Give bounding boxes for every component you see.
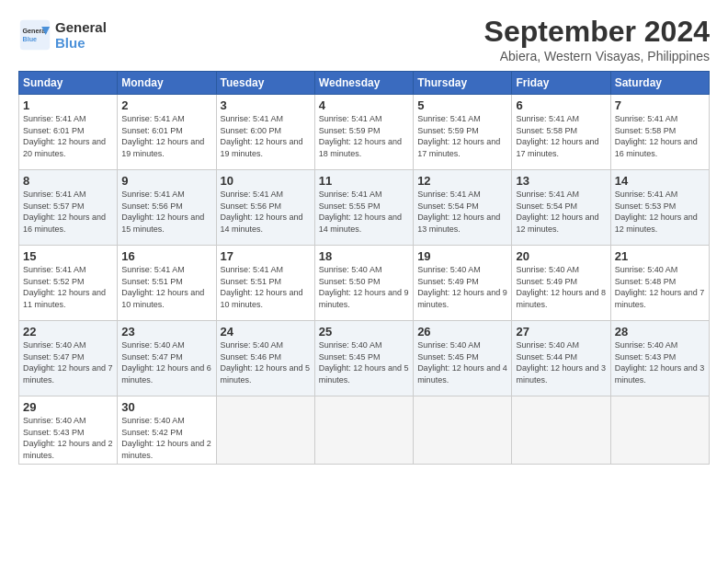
day-info: Sunrise: 5:40 AMSunset: 5:45 PMDaylight:… <box>417 339 507 385</box>
calendar-week-2: 8Sunrise: 5:41 AMSunset: 5:57 PMDaylight… <box>19 170 710 246</box>
calendar-cell-3-1: 16Sunrise: 5:41 AMSunset: 5:51 PMDayligh… <box>118 246 216 321</box>
header-thursday: Thursday <box>414 72 512 95</box>
calendar-cell-2-2: 10Sunrise: 5:41 AMSunset: 5:56 PMDayligh… <box>216 170 314 246</box>
calendar-cell-4-5: 27Sunrise: 5:40 AMSunset: 5:44 PMDayligh… <box>512 321 610 396</box>
day-info: Sunrise: 5:41 AMSunset: 5:54 PMDaylight:… <box>417 189 507 235</box>
day-info: Sunrise: 5:41 AMSunset: 5:52 PMDaylight:… <box>23 264 113 310</box>
day-number: 25 <box>319 325 409 339</box>
calendar-cell-4-3: 25Sunrise: 5:40 AMSunset: 5:45 PMDayligh… <box>314 321 413 396</box>
calendar-cell-2-4: 12Sunrise: 5:41 AMSunset: 5:54 PMDayligh… <box>414 170 512 246</box>
calendar-cell-2-0: 8Sunrise: 5:41 AMSunset: 5:57 PMDaylight… <box>19 170 118 246</box>
page: General Blue General Blue September 2024… <box>0 0 728 563</box>
logo-blue: Blue <box>55 35 107 51</box>
day-number: 18 <box>319 249 409 263</box>
day-info: Sunrise: 5:41 AMSunset: 5:59 PMDaylight:… <box>319 113 409 159</box>
calendar-week-1: 1Sunrise: 5:41 AMSunset: 6:01 PMDaylight… <box>19 95 710 170</box>
calendar-cell-3-3: 18Sunrise: 5:40 AMSunset: 5:50 PMDayligh… <box>314 246 413 321</box>
calendar-cell-1-3: 4Sunrise: 5:41 AMSunset: 5:59 PMDaylight… <box>314 95 413 170</box>
day-number: 2 <box>121 98 211 112</box>
month-title: September 2024 <box>484 15 710 49</box>
day-info: Sunrise: 5:40 AMSunset: 5:49 PMDaylight:… <box>417 264 507 310</box>
day-number: 4 <box>319 98 409 112</box>
location-subtitle: Abiera, Western Visayas, Philippines <box>484 49 710 63</box>
day-info: Sunrise: 5:41 AMSunset: 5:54 PMDaylight:… <box>516 189 606 235</box>
header-saturday: Saturday <box>610 72 709 95</box>
calendar-cell-1-6: 7Sunrise: 5:41 AMSunset: 5:58 PMDaylight… <box>610 95 709 170</box>
day-number: 8 <box>23 174 113 188</box>
calendar-cell-3-4: 19Sunrise: 5:40 AMSunset: 5:49 PMDayligh… <box>414 246 512 321</box>
day-number: 22 <box>23 325 113 339</box>
calendar-cell-3-6: 21Sunrise: 5:40 AMSunset: 5:48 PMDayligh… <box>610 246 709 321</box>
calendar-week-5: 29Sunrise: 5:40 AMSunset: 5:43 PMDayligh… <box>19 396 710 465</box>
calendar-cell-2-6: 14Sunrise: 5:41 AMSunset: 5:53 PMDayligh… <box>610 170 709 246</box>
calendar: SundayMondayTuesdayWednesdayThursdayFrid… <box>18 71 710 465</box>
calendar-cell-5-5 <box>512 396 610 465</box>
day-info: Sunrise: 5:40 AMSunset: 5:47 PMDaylight:… <box>23 339 113 385</box>
day-info: Sunrise: 5:41 AMSunset: 5:56 PMDaylight:… <box>221 189 311 235</box>
day-number: 9 <box>121 174 211 188</box>
calendar-cell-4-0: 22Sunrise: 5:40 AMSunset: 5:47 PMDayligh… <box>19 321 118 396</box>
calendar-cell-2-3: 11Sunrise: 5:41 AMSunset: 5:55 PMDayligh… <box>314 170 413 246</box>
calendar-header-row: SundayMondayTuesdayWednesdayThursdayFrid… <box>19 72 710 95</box>
day-info: Sunrise: 5:40 AMSunset: 5:49 PMDaylight:… <box>516 264 606 310</box>
day-number: 11 <box>319 174 409 188</box>
day-number: 5 <box>417 98 507 112</box>
day-info: Sunrise: 5:41 AMSunset: 5:57 PMDaylight:… <box>23 189 113 235</box>
day-info: Sunrise: 5:40 AMSunset: 5:44 PMDaylight:… <box>516 339 606 385</box>
calendar-cell-2-5: 13Sunrise: 5:41 AMSunset: 5:54 PMDayligh… <box>512 170 610 246</box>
logo: General Blue General Blue <box>18 18 107 52</box>
day-number: 7 <box>615 98 705 112</box>
calendar-cell-4-1: 23Sunrise: 5:40 AMSunset: 5:47 PMDayligh… <box>118 321 216 396</box>
calendar-cell-1-2: 3Sunrise: 5:41 AMSunset: 6:00 PMDaylight… <box>216 95 314 170</box>
day-number: 13 <box>516 174 606 188</box>
header-sunday: Sunday <box>19 72 118 95</box>
calendar-cell-5-1: 30Sunrise: 5:40 AMSunset: 5:42 PMDayligh… <box>118 396 216 465</box>
day-number: 6 <box>516 98 606 112</box>
day-info: Sunrise: 5:41 AMSunset: 5:53 PMDaylight:… <box>615 189 705 235</box>
day-number: 28 <box>615 325 705 339</box>
calendar-cell-1-1: 2Sunrise: 5:41 AMSunset: 6:01 PMDaylight… <box>118 95 216 170</box>
day-info: Sunrise: 5:41 AMSunset: 5:55 PMDaylight:… <box>319 189 409 235</box>
calendar-week-4: 22Sunrise: 5:40 AMSunset: 5:47 PMDayligh… <box>19 321 710 396</box>
day-number: 16 <box>121 249 211 263</box>
day-info: Sunrise: 5:41 AMSunset: 5:58 PMDaylight:… <box>615 113 705 159</box>
day-info: Sunrise: 5:40 AMSunset: 5:43 PMDaylight:… <box>615 339 705 385</box>
calendar-cell-3-2: 17Sunrise: 5:41 AMSunset: 5:51 PMDayligh… <box>216 246 314 321</box>
calendar-cell-3-5: 20Sunrise: 5:40 AMSunset: 5:49 PMDayligh… <box>512 246 610 321</box>
logo-general: General <box>55 19 107 35</box>
calendar-cell-1-4: 5Sunrise: 5:41 AMSunset: 5:59 PMDaylight… <box>414 95 512 170</box>
day-number: 23 <box>121 325 211 339</box>
calendar-cell-4-4: 26Sunrise: 5:40 AMSunset: 5:45 PMDayligh… <box>414 321 512 396</box>
day-number: 15 <box>23 249 113 263</box>
calendar-cell-3-0: 15Sunrise: 5:41 AMSunset: 5:52 PMDayligh… <box>19 246 118 321</box>
day-info: Sunrise: 5:40 AMSunset: 5:47 PMDaylight:… <box>121 339 211 385</box>
day-info: Sunrise: 5:40 AMSunset: 5:48 PMDaylight:… <box>615 264 705 310</box>
calendar-cell-5-2 <box>216 396 314 465</box>
day-number: 27 <box>516 325 606 339</box>
day-number: 1 <box>23 98 113 112</box>
calendar-cell-1-0: 1Sunrise: 5:41 AMSunset: 6:01 PMDaylight… <box>19 95 118 170</box>
header-tuesday: Tuesday <box>216 72 314 95</box>
calendar-cell-1-5: 6Sunrise: 5:41 AMSunset: 5:58 PMDaylight… <box>512 95 610 170</box>
calendar-cell-5-3 <box>314 396 413 465</box>
day-number: 12 <box>417 174 507 188</box>
calendar-cell-5-4 <box>414 396 512 465</box>
day-number: 20 <box>516 249 606 263</box>
logo-icon: General Blue <box>18 18 51 52</box>
day-number: 24 <box>221 325 311 339</box>
day-info: Sunrise: 5:41 AMSunset: 5:51 PMDaylight:… <box>121 264 211 310</box>
title-block: September 2024 Abiera, Western Visayas, … <box>484 15 710 63</box>
day-info: Sunrise: 5:40 AMSunset: 5:42 PMDaylight:… <box>121 415 211 461</box>
calendar-cell-5-6 <box>610 396 709 465</box>
header-monday: Monday <box>118 72 216 95</box>
day-number: 26 <box>417 325 507 339</box>
day-info: Sunrise: 5:40 AMSunset: 5:46 PMDaylight:… <box>221 339 311 385</box>
day-info: Sunrise: 5:40 AMSunset: 5:45 PMDaylight:… <box>319 339 409 385</box>
day-number: 30 <box>121 400 211 414</box>
calendar-cell-4-6: 28Sunrise: 5:40 AMSunset: 5:43 PMDayligh… <box>610 321 709 396</box>
day-number: 10 <box>221 174 311 188</box>
day-info: Sunrise: 5:41 AMSunset: 5:58 PMDaylight:… <box>516 113 606 159</box>
day-info: Sunrise: 5:41 AMSunset: 5:51 PMDaylight:… <box>221 264 311 310</box>
day-info: Sunrise: 5:41 AMSunset: 6:00 PMDaylight:… <box>221 113 311 159</box>
svg-text:Blue: Blue <box>23 35 38 43</box>
